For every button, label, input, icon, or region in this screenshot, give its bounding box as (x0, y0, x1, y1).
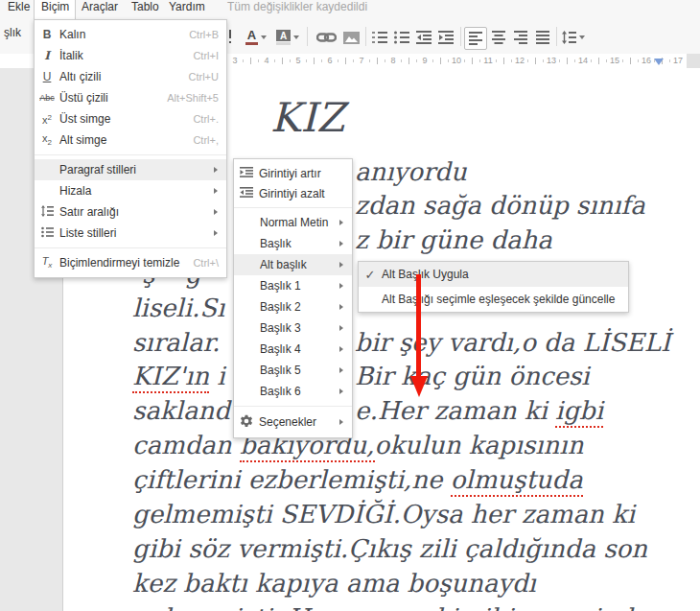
save-status-text: Tüm değişiklikler kaydedildi (227, 0, 367, 17)
menu-item-bicimlendirmeyi-temizle[interactable]: Tx Biçimlendirmeyi temizle Ctrl+\ (35, 252, 226, 273)
menu-item-baslik-6[interactable]: Başlık 6 (234, 381, 352, 402)
menu-shortcut: Ctrl+\ (193, 257, 226, 269)
submenu-arrow-icon (339, 325, 343, 331)
submenu-arrow-icon (339, 241, 343, 247)
image-icon (343, 32, 360, 44)
align-left-button[interactable] (464, 27, 487, 50)
numbered-list-button[interactable] (369, 27, 390, 48)
format-menu: B Kalın Ctrl+B I İtalik Ctrl+I U Altı çi… (34, 19, 227, 278)
misspelled-word: igbi (555, 396, 603, 428)
bulleted-list-icon (394, 31, 409, 44)
doc-text: anıyordu (355, 157, 467, 186)
justify-button[interactable] (532, 27, 553, 48)
menu-item-label: Altı çizili (59, 70, 189, 83)
menu-item-girintiyi-artir[interactable]: Girintiyi artır (234, 163, 352, 183)
ruler-number: 14 (577, 56, 589, 66)
menu-item-label: Biçimlendirmeyi temizle (59, 256, 193, 270)
justify-icon (536, 31, 549, 44)
align-right-button[interactable] (510, 27, 531, 48)
ruler-number: 6 (326, 56, 333, 66)
menu-item-label: Üstü çizili (59, 91, 167, 105)
menu-item-label: Başlık 1 (234, 279, 352, 293)
doc-text: zdan sağa dönüp sınıfa (355, 191, 645, 220)
text-color-button[interactable]: A (242, 27, 270, 48)
menu-item-alt-basligi-guncelle[interactable]: Alt Başlığı seçimle eşleşecek şekilde gü… (359, 287, 628, 312)
align-center-button[interactable] (488, 27, 509, 48)
menubar-item-yardim[interactable]: Yardım (169, 0, 205, 17)
menu-item-italik[interactable]: I İtalik Ctrl+I (35, 45, 226, 66)
menu-item-alti-cizili[interactable]: U Altı çizili Ctrl+U (35, 66, 226, 87)
ruler-number: 11 (482, 56, 493, 66)
menubar-item-bicim[interactable]: Biçim (41, 0, 69, 17)
menubar-item-tablo[interactable]: Tablo (131, 0, 159, 17)
insert-link-button[interactable] (314, 27, 338, 48)
menubar-item-ekle[interactable]: Ekle (8, 0, 30, 17)
decrease-indent-icon (416, 31, 432, 44)
menu-item-baslik-2[interactable]: Başlık 2 (234, 296, 352, 317)
menu-item-hizala[interactable]: Hizala (35, 180, 226, 201)
arrow-head-icon (410, 376, 428, 397)
menu-item-label: Başlık 6 (234, 385, 352, 398)
menu-item-label: Normal Metin (234, 216, 352, 229)
doc-text: gelmemişti. Her zaman ki gibi neşesinden (132, 603, 664, 611)
submenu-arrow-icon (339, 262, 343, 268)
submenu-arrow-icon (214, 167, 218, 173)
doc-text: bir şey vardı,o da LİSELİ (355, 328, 670, 357)
chevron-down-icon (293, 35, 299, 39)
increase-indent-button[interactable] (435, 27, 456, 48)
menu-divider (35, 154, 226, 155)
misspelled-word: KIZ'ın (132, 362, 209, 393)
menu-item-liste-stilleri[interactable]: Liste stilleri (35, 223, 226, 244)
menu-item-baslik-4[interactable]: Başlık 4 (234, 339, 352, 360)
ruler-number: 8 (389, 56, 396, 66)
menu-item-ustu-cizili[interactable]: Abc Üstü çizili Alt+Shift+5 (35, 87, 226, 108)
menu-item-baslik-1[interactable]: Başlık 1 (234, 275, 352, 296)
ruler-number: 3 (231, 56, 238, 66)
submenu-arrow-icon (214, 188, 218, 194)
menu-item-kalin[interactable]: B Kalın Ctrl+B (35, 24, 226, 45)
menu-item-label: Başlık 2 (234, 300, 352, 314)
checkmark-icon: ✓ (359, 268, 382, 282)
menu-divider (234, 207, 352, 208)
numbered-list-icon (372, 31, 387, 44)
menu-shortcut: Ctrl+, (193, 134, 226, 146)
ruler-number: 16 (641, 56, 652, 66)
ruler-number: 17 (672, 56, 684, 66)
ruler-end (687, 54, 700, 68)
menu-item-label: Paragraf stilleri (59, 163, 226, 176)
menu-item-girintiyi-azalt[interactable]: Girintiyi azalt (234, 183, 352, 203)
menu-item-secenekler[interactable]: Seçenekler (234, 411, 352, 434)
ruler-number: 7 (358, 56, 364, 66)
menu-divider (35, 247, 226, 248)
menubar-item-araclar[interactable]: Araçlar (82, 0, 118, 17)
submenu-arrow-icon (339, 220, 343, 225)
doc-text: Bir kaç gün öncesi (355, 362, 590, 390)
highlight-color-button[interactable]: A (273, 27, 302, 48)
menu-item-satir-araligi[interactable]: Satır aralığı (35, 201, 226, 223)
line-spacing-button[interactable] (560, 27, 587, 48)
insert-image-button[interactable] (338, 27, 363, 48)
submenu-arrow-icon (214, 209, 218, 215)
link-icon (316, 32, 337, 43)
indent-marker[interactable] (654, 59, 664, 65)
toolbar-separator (556, 27, 557, 46)
menu-item-ust-simge[interactable]: x2 Üst simge Ctrl+. (35, 108, 226, 129)
menu-item-alt-baslik-uygula[interactable]: ✓ Alt Başlık Uygula (359, 262, 628, 287)
ruler-number: 9 (421, 56, 428, 66)
styles-dropdown-fragment[interactable]: şlık (4, 26, 21, 39)
ruler-number: 5 (294, 56, 301, 66)
italic-icon: I (35, 49, 59, 62)
submenu-arrow-icon (339, 283, 343, 289)
menu-item-baslik-5[interactable]: Başlık 5 (234, 360, 352, 381)
menu-item-label: Satır aralığı (59, 205, 226, 219)
menu-item-alt-baslik[interactable]: Alt başlık (234, 254, 352, 275)
menu-item-paragraf-stilleri[interactable]: Paragraf stilleri (35, 159, 226, 180)
menu-item-normal-metin[interactable]: Normal Metin (234, 212, 352, 233)
bold-icon: B (35, 30, 59, 40)
menu-item-alt-simge[interactable]: x2 Alt simge Ctrl+, (35, 129, 226, 151)
decrease-indent-button[interactable] (413, 27, 434, 48)
bulleted-list-button[interactable] (391, 27, 412, 48)
menu-item-baslik[interactable]: Başlık (234, 233, 352, 254)
menu-item-baslik-3[interactable]: Başlık 3 (234, 317, 352, 339)
doc-text: liseli.Sı (132, 294, 224, 322)
